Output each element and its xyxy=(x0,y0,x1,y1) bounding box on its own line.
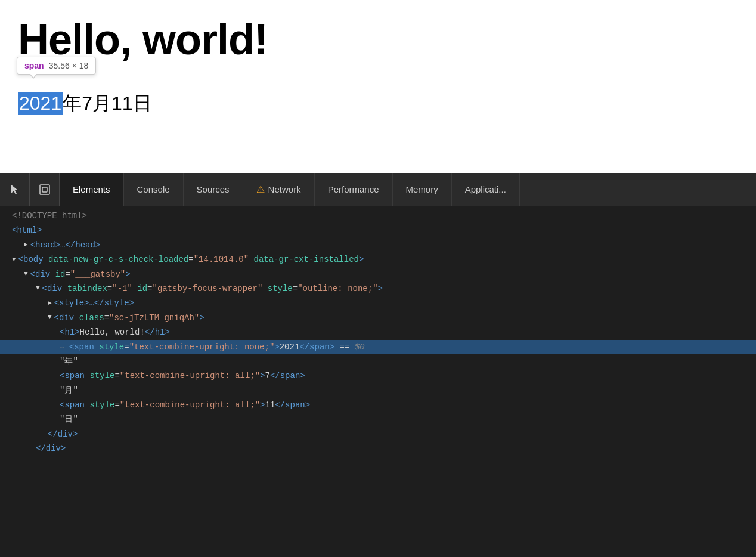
html-line-html: <html> xyxy=(0,223,756,237)
tab-elements[interactable]: Elements xyxy=(60,173,124,206)
devtools-html-content[interactable]: <!DOCTYPE html> <html> ▶ <head>…</head> … xyxy=(0,206,756,557)
tooltip-tag: span xyxy=(24,61,44,70)
html-line-div-focus: ▼ <div tabindex = "-1" id = "gatsby-focu… xyxy=(0,281,756,296)
tooltip-size: 35.56 × 18 xyxy=(49,61,89,70)
html-line-close-div: </div> xyxy=(0,427,756,441)
tab-console-label: Console xyxy=(137,184,170,194)
tab-application-label: Applicati... xyxy=(465,184,506,194)
tab-network-label: Network xyxy=(268,184,301,194)
html-line-span-2021: … <span style = "text-combine-upright: n… xyxy=(0,340,756,354)
tab-sources[interactable]: Sources xyxy=(184,173,243,206)
tab-performance[interactable]: Performance xyxy=(315,173,393,206)
page-date: 2021年7月11日 xyxy=(18,91,738,117)
inspect-icon-button[interactable] xyxy=(30,173,60,206)
date-rest: 年7月11日 xyxy=(63,91,151,117)
html-line-text-tsuki: "月" xyxy=(0,383,756,398)
html-line-span-11: <span style = "text-combine-upright: all… xyxy=(0,398,756,412)
devtools-panel: Elements Console Sources ⚠ Network Perfo… xyxy=(0,173,756,557)
date-year: 2021 xyxy=(18,92,63,115)
tab-network[interactable]: ⚠ Network xyxy=(243,173,315,206)
element-tooltip: span 35.56 × 18 xyxy=(17,57,96,75)
expand-triangle: ▼ xyxy=(24,269,28,280)
html-line-text-nen: "年" xyxy=(0,354,756,369)
tab-elements-label: Elements xyxy=(73,184,110,194)
tab-console[interactable]: Console xyxy=(124,173,184,206)
html-line-head: ▶ <head>…</head> xyxy=(0,238,756,252)
expand-triangle: ▶ xyxy=(24,240,28,250)
svg-rect-0 xyxy=(40,185,49,194)
html-line-div-gatsby: ▼ <div id = "___gatsby" > xyxy=(0,267,756,281)
html-line-h1: <h1> Hello, world! </h1> xyxy=(0,325,756,339)
tab-memory[interactable]: Memory xyxy=(393,173,452,206)
expand-triangle: ▶ xyxy=(48,298,52,309)
expand-triangle: ▼ xyxy=(48,312,52,323)
expand-triangle: ▼ xyxy=(12,255,16,265)
svg-rect-1 xyxy=(42,187,47,192)
devtools-tabbar: Elements Console Sources ⚠ Network Perfo… xyxy=(0,173,756,206)
page-area: Hello, world! span 35.56 × 18 2021年7月11日 xyxy=(0,0,756,173)
html-line-div-class: ▼ <div class = "sc-jTzLTM gniqAh" > xyxy=(0,311,756,325)
expand-triangle: ▼ xyxy=(36,283,40,294)
html-line-text-nichi: "日" xyxy=(0,412,756,426)
breadcrumb-dots: … xyxy=(60,341,64,353)
tab-performance-label: Performance xyxy=(328,184,379,194)
tab-memory-label: Memory xyxy=(406,184,438,194)
cursor-icon-button[interactable] xyxy=(0,173,30,206)
network-warning-icon: ⚠ xyxy=(256,184,265,195)
html-line-span-7: <span style = "text-combine-upright: all… xyxy=(0,369,756,383)
page-title: Hello, world! xyxy=(18,18,738,61)
html-line-style: ▶ <style>…</style> xyxy=(0,296,756,310)
html-line-body: ▼ <body data-new-gr-c-s-check-loaded = "… xyxy=(0,252,756,267)
tab-application[interactable]: Applicati... xyxy=(452,173,520,206)
html-line-doctype: <!DOCTYPE html> xyxy=(0,209,756,223)
html-line-close-div2: </div> xyxy=(0,441,756,456)
tab-sources-label: Sources xyxy=(197,184,230,194)
